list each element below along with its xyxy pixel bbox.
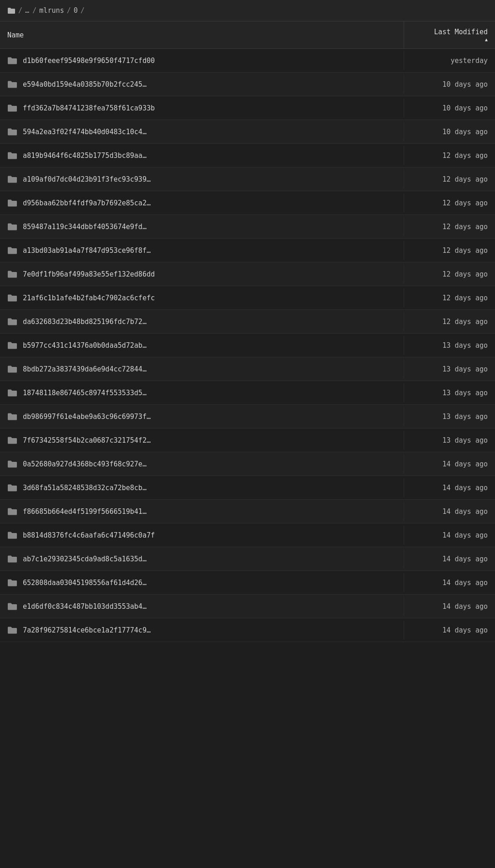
breadcrumb-sep-4: / [80,6,84,15]
file-date-cell: 13 days ago [404,336,495,355]
file-name-cell: 7e0df1fb96af499a83e55ef132ed86dd [0,265,404,284]
folder-icon [7,602,17,611]
breadcrumb-0[interactable]: 0 [74,6,78,15]
sort-arrow-icon: ▲ [485,37,488,42]
file-date-cell: 12 days ago [404,288,495,308]
file-name-text: a109af0d7dc04d23b91f3fec93c939… [23,175,151,183]
file-name-cell: ab7c1e29302345cda9ad8c5a1635d… [0,549,404,569]
folder-icon [7,128,17,136]
file-name-text: 7e0df1fb96af499a83e55ef132ed86dd [23,270,155,278]
file-name-text: e1d6df0c834c487bb103dd3553ab4… [23,602,147,611]
file-date-cell: 14 days ago [404,455,495,474]
file-name-cell: 7f67342558f54b2ca0687c321754f2… [0,431,404,450]
table-row[interactable]: ab7c1e29302345cda9ad8c5a1635d…14 days ag… [0,547,495,571]
folder-icon [7,413,17,421]
folder-icon [7,7,16,14]
table-row[interactable]: 7e0df1fb96af499a83e55ef132ed86dd12 days … [0,262,495,286]
folder-icon [7,507,17,516]
table-row[interactable]: ffd362a7b84741238fea758f61ca933b10 days … [0,96,495,120]
column-name-header[interactable]: Name [0,25,404,46]
file-name-cell: 21af6c1b1afe4b2fab4c7902ac6cfefc [0,288,404,308]
file-name-text: ab7c1e29302345cda9ad8c5a1635d… [23,555,147,563]
file-name-cell: f86685b664ed4f5199f5666519b41… [0,502,404,521]
file-name-cell: 3d68fa51a58248538d32ca72be8cb… [0,478,404,497]
file-date-cell: 14 days ago [404,621,495,640]
column-modified-header[interactable]: Last Modified ▲ [404,21,495,48]
file-name-text: a819b9464f6c4825b1775d3bc89aa… [23,152,147,160]
table-row[interactable]: 7a28f96275814ce6bce1a2f17774c9…14 days a… [0,618,495,642]
table-row[interactable]: 21af6c1b1afe4b2fab4c7902ac6cfefc12 days … [0,286,495,310]
breadcrumb: / … / mlruns / 0 / [0,0,495,21]
table-row[interactable]: e594a0bd159e4a0385b70b2fcc245…10 days ag… [0,73,495,96]
table-row[interactable]: 859487a119c344dbbf4053674e9fd…12 days ag… [0,215,495,239]
table-row[interactable]: a819b9464f6c4825b1775d3bc89aa…12 days ag… [0,144,495,167]
folder-icon [7,199,17,207]
breadcrumb-sep-1: / [18,6,22,15]
file-date-cell: 12 days ago [404,146,495,165]
file-date-cell: 13 days ago [404,431,495,450]
file-name-text: 7a28f96275814ce6bce1a2f17774c9… [23,626,151,634]
table-row[interactable]: a109af0d7dc04d23b91f3fec93c939…12 days a… [0,167,495,191]
file-name-text: a13bd03ab91a4a7f847d953ce96f8f… [23,246,151,255]
table-row[interactable]: d956baa62bbf4fdf9a7b7692e85ca2…12 days a… [0,191,495,215]
file-name-cell: da632683d23b48bd825196fdc7b72… [0,312,404,331]
folder-icon [7,223,17,231]
folder-icon [7,436,17,444]
file-name-text: 594a2ea3f02f474bb40d0483c10c4… [23,128,147,136]
table-row[interactable]: a13bd03ab91a4a7f847d953ce96f8f…12 days a… [0,239,495,262]
folder-icon [7,626,17,634]
folder-icon [7,341,17,350]
file-date-cell: 14 days ago [404,549,495,569]
table-row[interactable]: 652808daa03045198556af61d4d26…14 days ag… [0,571,495,595]
folder-icon [7,555,17,563]
file-name-cell: 18748118e867465c8974f553533d5… [0,383,404,403]
file-name-text: f86685b664ed4f5199f5666519b41… [23,507,147,516]
breadcrumb-ellipsis[interactable]: … [25,6,30,15]
file-date-cell: 14 days ago [404,526,495,545]
table-row[interactable]: 7f67342558f54b2ca0687c321754f2…13 days a… [0,429,495,452]
table-row[interactable]: f86685b664ed4f5199f5666519b41…14 days ag… [0,500,495,523]
file-name-cell: b8814d8376fc4c6aafa6c471496c0a7f [0,526,404,545]
file-date-cell: 12 days ago [404,241,495,260]
file-date-cell: 12 days ago [404,170,495,189]
file-name-cell: e1d6df0c834c487bb103dd3553ab4… [0,597,404,616]
file-date-cell: yesterday [404,51,495,70]
file-name-text: 7f67342558f54b2ca0687c321754f2… [23,436,151,444]
table-row[interactable]: 0a52680a927d4368bc493f68c927e…14 days ag… [0,452,495,476]
table-row[interactable]: da632683d23b48bd825196fdc7b72…12 days ag… [0,310,495,334]
breadcrumb-mlruns[interactable]: mlruns [39,6,64,15]
file-name-text: d956baa62bbf4fdf9a7b7692e85ca2… [23,199,151,207]
table-row[interactable]: db986997f61e4abe9a63c96c69973f…13 days a… [0,405,495,429]
file-name-cell: 7a28f96275814ce6bce1a2f17774c9… [0,621,404,640]
file-date-cell: 14 days ago [404,597,495,616]
table-row[interactable]: 594a2ea3f02f474bb40d0483c10c4…10 days ag… [0,120,495,144]
file-name-text: da632683d23b48bd825196fdc7b72… [23,318,147,326]
file-date-cell: 13 days ago [404,383,495,403]
table-row[interactable]: 8bdb272a3837439da6e9d4cc72844…13 days ag… [0,357,495,381]
table-row[interactable]: b8814d8376fc4c6aafa6c471496c0a7f14 days … [0,523,495,547]
file-name-cell: 0a52680a927d4368bc493f68c927e… [0,455,404,474]
folder-icon [7,152,17,160]
file-date-cell: 14 days ago [404,573,495,592]
folder-icon [7,57,17,65]
folder-icon [7,175,17,183]
folder-icon [7,318,17,326]
table-row[interactable]: 3d68fa51a58248538d32ca72be8cb…14 days ag… [0,476,495,500]
folder-icon [7,365,17,373]
file-date-cell: 12 days ago [404,265,495,284]
table-row[interactable]: d1b60feeef95498e9f9650f4717cfd00yesterda… [0,49,495,73]
file-date-cell: 10 days ago [404,122,495,141]
file-name-text: 21af6c1b1afe4b2fab4c7902ac6cfefc [23,294,155,302]
file-name-cell: 8bdb272a3837439da6e9d4cc72844… [0,360,404,379]
table-row[interactable]: 18748118e867465c8974f553533d5…13 days ag… [0,381,495,405]
file-name-cell: b5977cc431c14376a0b0daa5d72ab… [0,336,404,355]
file-date-cell: 10 days ago [404,75,495,94]
table-row[interactable]: e1d6df0c834c487bb103dd3553ab4…14 days ag… [0,595,495,618]
file-name-cell: a13bd03ab91a4a7f847d953ce96f8f… [0,241,404,260]
table-row[interactable]: b5977cc431c14376a0b0daa5d72ab…13 days ag… [0,334,495,357]
file-date-cell: 13 days ago [404,360,495,379]
file-name-cell: e594a0bd159e4a0385b70b2fcc245… [0,75,404,94]
file-name-text: d1b60feeef95498e9f9650f4717cfd00 [23,57,155,65]
file-date-cell: 12 days ago [404,312,495,331]
file-name-text: 3d68fa51a58248538d32ca72be8cb… [23,484,147,492]
